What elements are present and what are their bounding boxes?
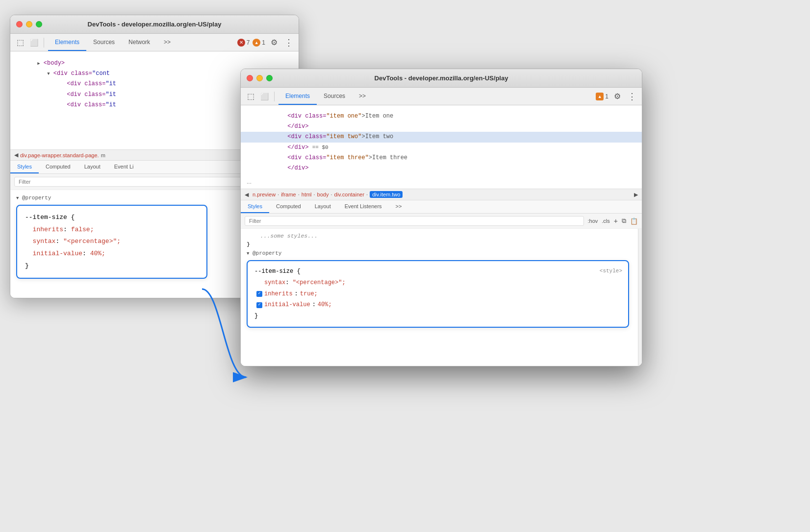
tab-elements-back[interactable]: Elements — [48, 34, 86, 51]
css-box-back: --item-size { inherits: false; syntax: "… — [16, 205, 207, 279]
error-count-back: ✕ — [237, 39, 245, 47]
initial-value-checkbox[interactable] — [256, 302, 262, 308]
warn-icon-back: ▲ — [253, 39, 260, 47]
elements-panel-front: <div class="item one">Item one </div> <d… — [241, 105, 642, 189]
html-line-body: ▶ <body> — [10, 58, 299, 69]
filter-input-front[interactable] — [245, 216, 584, 226]
html-line-item-two-close: </div> == $0 — [241, 143, 642, 153]
tab-eventlis-front[interactable]: Event Listeners — [338, 200, 389, 213]
tab-computed-back[interactable]: Computed — [39, 161, 77, 173]
tab-more-back[interactable]: >> — [157, 34, 177, 51]
breadcrumb-back-btn-front[interactable]: ◀ — [245, 192, 249, 198]
tab-bar-front: Elements Sources >> — [278, 88, 594, 105]
maximize-button-back[interactable] — [36, 21, 42, 27]
html-line-item-one-partial: <div class="item one">Item one — [241, 111, 642, 121]
tab-sources-back[interactable]: Sources — [86, 34, 122, 51]
tab-network-back[interactable]: Network — [122, 34, 157, 51]
warn-number-front: 1 — [605, 93, 608, 100]
partial-rule-top: ...some styles... — [241, 232, 638, 240]
error-number-back: 7 — [247, 39, 250, 46]
css-box-front: --item-size { <style> syntax: "<percenta… — [247, 260, 629, 328]
minimize-button-front[interactable] — [256, 75, 263, 81]
inherits-checkbox[interactable] — [256, 291, 262, 297]
tab-layout-back[interactable]: Layout — [77, 161, 107, 173]
breadcrumb-back-btn[interactable]: ◀ — [14, 152, 18, 158]
css-rule-front: --item-size { <style> syntax: "<percenta… — [254, 266, 621, 322]
tab-computed-front[interactable]: Computed — [269, 200, 308, 213]
html-tree-front: <div class="item one">Item one </div> <d… — [241, 107, 642, 177]
bc-html[interactable]: html — [302, 192, 312, 197]
warn-number-back: 1 — [262, 39, 265, 46]
minimize-button-back[interactable] — [26, 21, 32, 27]
styles-main-front: ...some styles... } ▼ @property --item-s… — [241, 229, 638, 366]
panel-tabs-front: Styles Computed Layout Event Listeners >… — [241, 200, 642, 214]
styles-content-front: ...some styles... } ▼ @property --item-s… — [241, 229, 642, 366]
tab-sources-front[interactable]: Sources — [317, 88, 352, 105]
tab-styles-front[interactable]: Styles — [241, 200, 269, 213]
style-tag-front: <style> — [600, 266, 622, 276]
cls-btn[interactable]: .cls — [602, 218, 610, 224]
warn-badge-front: ▲ 1 — [596, 93, 608, 100]
traffic-lights-back — [16, 21, 42, 27]
tab-eventlis-back[interactable]: Event Li — [107, 161, 141, 173]
titlebar-front: DevTools - developer.mozilla.org/en-US/p… — [241, 69, 642, 88]
scrollbar-front[interactable] — [638, 229, 642, 366]
toolbar-right-front: ▲ 1 ⚙ ⋮ — [596, 91, 638, 102]
window-title-front: DevTools - developer.mozilla.org/en-US/p… — [375, 74, 508, 82]
add-style-btn[interactable]: + — [614, 217, 618, 225]
warn-icon-front: ▲ — [596, 93, 604, 100]
tab-more2-front[interactable]: >> — [389, 200, 409, 213]
clipboard-btn[interactable]: 📋 — [630, 218, 638, 225]
tab-styles-back[interactable]: Styles — [10, 161, 39, 173]
inspect-icon[interactable]: ⬚ — [14, 37, 26, 48]
settings-icon-front[interactable]: ⚙ — [611, 91, 623, 102]
bc-body[interactable]: body — [317, 192, 329, 197]
copy-btn[interactable]: ⧉ — [622, 217, 626, 225]
settings-icon-back[interactable]: ⚙ — [268, 37, 280, 48]
breadcrumb-forward-btn-front[interactable]: ▶ — [634, 192, 638, 198]
bc-item-two[interactable]: div.item.two — [370, 191, 403, 198]
closing-brace-top: } — [241, 240, 638, 248]
filter-area-front: :hov .cls + ⧉ 📋 — [241, 214, 642, 229]
tab-layout-front[interactable]: Layout — [308, 200, 338, 213]
css-rule-back: --item-size { inherits: false; syntax: "… — [25, 212, 199, 272]
close-button-front[interactable] — [247, 75, 253, 81]
more-icon-front[interactable]: ⋮ — [626, 91, 638, 102]
html-line-item-three-close: </div> — [241, 163, 642, 173]
css-prop-initial: initial-value: 40%; — [254, 299, 621, 311]
error-badge-back: ✕ 7 — [237, 39, 250, 47]
warn-badge-back: ▲ 1 — [253, 39, 265, 47]
html-line-item-one-close: </div> — [241, 121, 642, 132]
toolbar-back: ⬚ ⬜ Elements Sources Network >> ✕ 7 ▲ 1 … — [10, 34, 299, 51]
toolbar-front: ⬚ ⬜ Elements Sources >> ▲ 1 ⚙ ⋮ — [241, 88, 642, 105]
breadcrumb-selector-back[interactable]: div.page-wrapper.standard-page. — [20, 152, 99, 158]
arrow-path — [202, 289, 246, 377]
bc-iframe[interactable]: iframe — [281, 192, 296, 197]
toolbar-right-back: ✕ 7 ▲ 1 ⚙ ⋮ — [237, 37, 295, 48]
bc-preview[interactable]: n.preview — [253, 192, 276, 197]
maximize-button-front[interactable] — [266, 75, 273, 81]
html-line-item-three: <div class="item three">Item three — [241, 153, 642, 163]
css-prop-inherits: inherits: true; — [254, 289, 621, 300]
breadcrumb-front: ◀ n.preview · iframe · html · body · div… — [241, 189, 642, 200]
more-icon-back[interactable]: ⋮ — [283, 37, 295, 48]
device-icon[interactable]: ⬜ — [28, 37, 40, 48]
device-icon-front[interactable]: ⬜ — [258, 91, 270, 102]
traffic-lights-front — [247, 75, 273, 81]
close-button-back[interactable] — [16, 21, 23, 27]
at-property-front: ▼ @property — [241, 248, 638, 258]
tab-more-front[interactable]: >> — [352, 88, 373, 105]
window-title-back: DevTools - developer.mozilla.org/en-US/p… — [88, 21, 222, 28]
tab-bar-back: Elements Sources Network >> — [48, 34, 235, 51]
inspect-icon-front[interactable]: ⬚ — [245, 91, 256, 102]
bc-container[interactable]: div.container — [334, 192, 365, 197]
devtools-window-front: DevTools - developer.mozilla.org/en-US/p… — [240, 69, 642, 366]
titlebar-back: DevTools - developer.mozilla.org/en-US/p… — [10, 15, 299, 34]
html-line-item-two[interactable]: <div class="item two">Item two — [241, 132, 642, 142]
hov-btn[interactable]: :hov — [588, 218, 598, 224]
css-prop-syntax: syntax: "<percentage>"; — [254, 277, 621, 289]
tab-elements-front[interactable]: Elements — [278, 88, 317, 105]
dots-indicator-front: ... — [241, 177, 642, 186]
